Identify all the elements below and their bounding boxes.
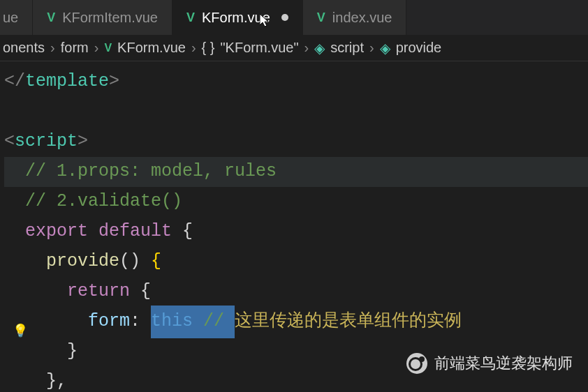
tab-label: ue	[3, 10, 18, 26]
tab-label: index.vue	[332, 10, 392, 26]
tab-index[interactable]: V index.vue	[303, 0, 407, 35]
code-line: <script>	[4, 127, 588, 157]
breadcrumb-seg[interactable]: "KForm.vue"	[220, 40, 298, 56]
code-editor[interactable]: </template> <script> // 1.props: model, …	[0, 61, 588, 392]
chevron-right-icon: ›	[94, 40, 99, 56]
cube-icon: ◈	[314, 40, 325, 56]
chevron-right-icon: ›	[369, 40, 374, 56]
chevron-right-icon: ›	[191, 40, 196, 56]
breadcrumb-seg[interactable]: KForm.vue	[117, 40, 186, 56]
braces-icon: { }	[202, 40, 215, 56]
vue-icon: V	[186, 10, 195, 25]
code-line: export default {	[4, 217, 588, 247]
code-line	[4, 97, 588, 127]
tab-kformitem[interactable]: V KFormItem.vue	[33, 0, 172, 35]
watermark: 前端菜鸟逆袭架构师	[406, 353, 573, 374]
code-line: provide() {	[4, 247, 588, 277]
tab-partial[interactable]: ue	[0, 0, 33, 35]
lightbulb-icon[interactable]: 💡	[13, 321, 28, 342]
breadcrumb-seg[interactable]: script	[330, 40, 364, 56]
breadcrumb-seg[interactable]: provide	[396, 40, 442, 56]
tab-kform[interactable]: V KForm.vue	[172, 0, 303, 35]
wechat-icon	[406, 353, 427, 374]
vue-icon: V	[104, 42, 112, 54]
code-line: // 2.validate()	[4, 187, 588, 217]
watermark-text: 前端菜鸟逆袭架构师	[434, 353, 573, 374]
chevron-right-icon: ›	[304, 40, 309, 56]
cube-icon: ◈	[380, 40, 390, 56]
code-line: </template>	[4, 67, 588, 97]
code-line: return {	[4, 277, 588, 307]
code-line: form: this // 这里传递的是表单组件的实例	[4, 307, 588, 337]
tab-label: KForm.vue	[202, 10, 270, 26]
chevron-right-icon: ›	[50, 40, 55, 56]
tab-label: KFormItem.vue	[62, 10, 158, 26]
breadcrumb-seg[interactable]: onents	[3, 40, 45, 56]
code-line: // 1.props: model, rules	[4, 157, 588, 187]
vue-icon: V	[317, 10, 325, 25]
vue-icon: V	[47, 10, 55, 25]
breadcrumb-seg[interactable]: form	[61, 40, 89, 56]
breadcrumb: onents › form › V KForm.vue › { } "KForm…	[0, 35, 588, 61]
dirty-indicator-icon	[281, 14, 288, 21]
tab-bar: ue V KFormItem.vue V KForm.vue V index.v…	[0, 0, 588, 35]
text-selection: this //	[151, 306, 235, 338]
